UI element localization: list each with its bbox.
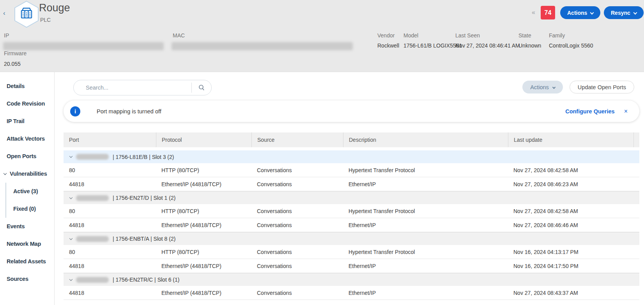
update-open-ports-button[interactable]: Update Open Ports [570,81,634,93]
firmware-label: Firmware [4,50,27,56]
source-cell: Conversations [251,290,343,296]
family-value: ControlLogix 5560 [549,42,593,49]
sidebar-item-label: Vulnerabilities [10,171,47,177]
collapse-panel-icon[interactable]: « [532,9,535,16]
chevron-down-icon[interactable] [69,196,73,199]
sidebar-item-code-revision[interactable]: Code Revision [0,95,54,113]
source-cell: Conversations [251,181,343,187]
sidebar-item-ip-trail[interactable]: IP Trail [0,113,54,130]
risk-score-badge[interactable]: 74 [541,6,555,19]
open-ports-table: Port Protocol Source Description Last up… [64,132,639,300]
column-header-description[interactable]: Description [343,132,508,147]
vendor-value: Rockwell [377,42,399,49]
port-cell: 80 [64,167,156,173]
last-update-cell: Nov 16, 2024 04:13:17 PM [508,249,633,255]
port-group-header[interactable]: | 1756-EN2TR/C | Slot 6 (1) [64,273,639,286]
description-cell: Hypertext Transfer Protocol [343,208,508,214]
port-group-header[interactable]: | 1756-L81E/B | Slot 3 (2) [64,150,639,163]
protocol-cell: Ethernet/IP (44818/TCP) [156,290,251,296]
state-value: Unknown [518,42,541,49]
protocol-cell: Ethernet/IP (44818/TCP) [156,263,251,269]
chevron-down-icon [4,172,7,175]
open-ports-panel: Actions Update Open Ports i Port mapping… [55,72,644,305]
sidebar-item-attack-vectors[interactable]: Attack Vectors [0,130,54,148]
search-box [73,80,212,95]
table-actions-button[interactable]: Actions [522,81,563,93]
sidebar-item-details[interactable]: Details [0,78,54,95]
last-update-cell: Nov 16, 2024 04:17:50 PM [508,263,633,269]
port-cell: 80 [64,208,156,214]
last-seen-label: Last Seen [455,32,480,39]
sidebar-item-network-map[interactable]: Network Map [0,235,54,253]
table-actions-label: Actions [530,84,549,90]
redacted-device-name [76,195,109,201]
port-cell: 80 [64,249,156,255]
table-row[interactable]: 80 HTTP (80/TCP) Conversations Hypertext… [64,204,639,218]
sidebar-item-open-ports[interactable]: Open Ports [0,148,54,165]
sidebar-item-events[interactable]: Events [0,218,54,235]
firmware-value: 20.055 [4,61,21,67]
source-cell: Conversations [251,263,343,269]
state-label: State [518,32,531,39]
last-update-cell: Nov 27, 2024 08:46:46 AM [508,222,633,228]
family-label: Family [549,32,565,39]
table-row[interactable]: 44818 Ethernet/IP (44818/TCP) Conversati… [64,177,639,191]
description-cell: Ethernet/IP [343,181,508,187]
chevron-down-icon[interactable] [69,236,73,240]
port-cell: 44818 [64,222,156,228]
sidebar-item-vulnerabilities[interactable]: Vulnerabilities [0,165,54,183]
table-row[interactable]: 80 HTTP (80/TCP) Conversations Hypertext… [64,245,639,259]
redacted-device-name [76,277,109,283]
table-row[interactable]: 44818 Ethernet/IP (44818/TCP) Conversati… [64,286,639,300]
banner-message: Port mapping is turned off [97,108,161,115]
chevron-down-icon [552,85,556,88]
configure-queries-link[interactable]: Configure Queries [565,108,615,115]
column-header-port[interactable]: Port [64,132,156,147]
port-group-header[interactable]: | 1756-ENBT/A | Slot 8 (2) [64,232,639,245]
chevron-down-icon[interactable] [69,155,73,158]
vulnerabilities-subitems: Active (3) Fixed (0) [5,183,54,218]
search-input[interactable] [74,85,191,91]
search-icon[interactable] [192,80,211,95]
sidebar-item-vuln-fixed[interactable]: Fixed (0) [6,200,54,218]
table-toolbar: Actions Update Open Ports [522,81,634,93]
table-row[interactable]: 80 HTTP (80/TCP) Conversations Hypertext… [64,163,639,177]
table-row[interactable]: 44818 Ethernet/IP (44818/TCP) Conversati… [64,218,639,232]
port-group-label: | 1756-EN2TR/C | Slot 6 (1) [113,277,179,283]
column-header-source[interactable]: Source [251,132,343,147]
port-group-header[interactable]: | 1756-EN2T/D | Slot 1 (2) [64,191,639,204]
port-group-label: | 1756-ENBT/A | Slot 8 (2) [113,236,175,242]
asset-header: ‹ Rouge PLC « 74 Actions [0,0,644,72]
actions-button-label: Actions [567,10,587,16]
port-cell: 44818 [64,290,156,296]
mac-label: MAC [173,32,185,39]
ip-label: IP [4,32,9,39]
port-group-label: | 1756-EN2T/D | Slot 1 (2) [113,195,175,201]
model-value: 1756-L61/B LOGIX5561 [403,42,462,49]
resync-button-label: Resync [611,10,630,16]
chevron-down-icon[interactable] [69,277,73,280]
update-open-ports-label: Update Open Ports [578,84,626,90]
port-cell: 44818 [64,263,156,269]
close-icon[interactable]: × [624,108,628,115]
resync-button[interactable]: Resync [604,6,644,19]
column-header-last-update[interactable]: Last update [508,132,633,147]
model-label: Model [403,32,418,39]
table-row[interactable]: 44818 Ethernet/IP (44818/TCP) Conversati… [64,259,639,273]
sidebar-item-vuln-active[interactable]: Active (3) [6,183,54,200]
asset-type-label: PLC [40,17,51,23]
protocol-cell: Ethernet/IP (44818/TCP) [156,222,251,228]
plc-hexagon-icon [13,0,40,30]
chevron-down-icon [590,11,594,15]
source-cell: Conversations [251,167,343,173]
source-cell: Conversations [251,208,343,214]
description-cell: Ethernet/IP [343,263,508,269]
page-title: Rouge [39,2,70,14]
sidebar-item-sources[interactable]: Sources [0,270,54,288]
sidebar-item-related-assets[interactable]: Related Assets [0,253,54,270]
back-chevron-icon[interactable]: ‹ [3,9,5,17]
chevron-down-icon [633,11,637,15]
actions-button[interactable]: Actions [560,6,600,19]
column-header-protocol[interactable]: Protocol [156,132,251,147]
ip-value-redacted [3,42,164,50]
